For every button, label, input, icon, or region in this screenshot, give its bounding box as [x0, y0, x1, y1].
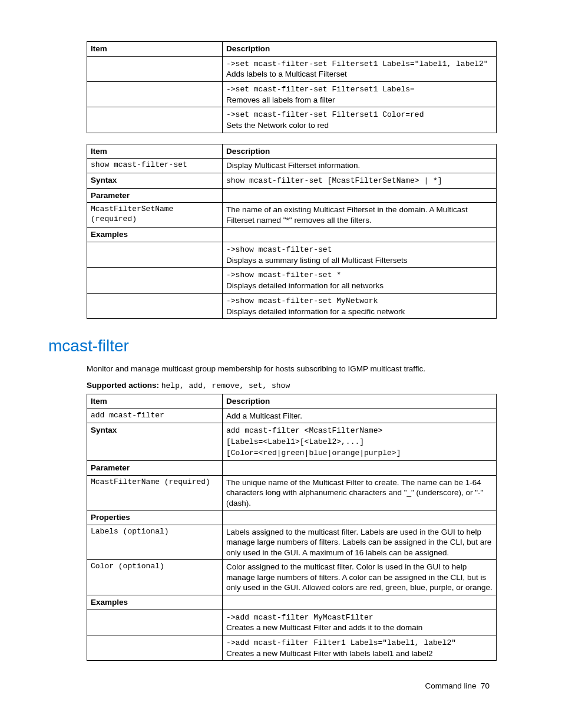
- item-cell: Parameter: [87, 461, 223, 476]
- table-add-mcast-filter: Item Description add mcast-filterAdd a M…: [87, 394, 497, 661]
- table-row: Examples: [87, 595, 497, 610]
- item-cell: Labels (optional): [87, 525, 223, 560]
- col-header-item: Item: [87, 144, 223, 159]
- description-cell: ->add mcast-filter MyMcastFilterCreates …: [223, 610, 497, 635]
- description-text: Labels assigned to the multicast filter.…: [226, 528, 491, 557]
- section-heading: mcast-filter: [48, 337, 490, 355]
- item-cell: add mcast-filter: [87, 409, 223, 423]
- description-cell: Labels assigned to the multicast filter.…: [223, 525, 497, 560]
- description-text: Color assigned to the multicast filter. …: [226, 562, 492, 592]
- command-text: ->set mcast-filter-set Filterset1 Labels…: [226, 85, 415, 94]
- description-cell: [223, 228, 497, 242]
- item-cell: [87, 56, 223, 81]
- description-text: Display Multicast Filterset information.: [226, 161, 360, 170]
- command-text: ->add mcast-filter Filter1 Labels="label…: [226, 638, 456, 647]
- supported-label: Supported actions:: [87, 381, 161, 390]
- col-header-item: Item: [87, 42, 223, 57]
- table-row: ->add mcast-filter Filter1 Labels="label…: [87, 635, 497, 661]
- table-row: ->add mcast-filter MyMcastFilterCreates …: [87, 610, 497, 635]
- description-text: Creates a new Multicast Filter with labe…: [226, 649, 432, 658]
- table-row: ->set mcast-filter-set Filterset1 Color=…: [87, 107, 497, 133]
- table-row: Properties: [87, 510, 497, 525]
- table-row: Syntaxshow mcast-filter-set [McastFilter…: [87, 173, 497, 188]
- description-text: Removes all labels from a filter: [226, 95, 335, 104]
- description-cell: ->show mcast-filter-set MyNetworkDisplay…: [223, 293, 497, 318]
- item-cell: [87, 635, 223, 661]
- table-row: Parameter: [87, 188, 497, 203]
- command-text: show mcast-filter-set [McastFilterSetNam…: [226, 176, 442, 185]
- item-cell: [87, 81, 223, 107]
- command-text: add mcast-filter <McastFilterName>[Label…: [226, 426, 401, 457]
- table-row: ->show mcast-filter-set MyNetworkDisplay…: [87, 293, 497, 318]
- col-header-desc: Description: [223, 42, 497, 57]
- command-text: ->show mcast-filter-set MyNetwork: [226, 297, 378, 305]
- item-cell: Syntax: [87, 173, 223, 188]
- table-row: ->show mcast-filter-setDisplays a summar…: [87, 242, 497, 268]
- description-cell: [223, 510, 497, 525]
- description-text: Creates a new Multicast Filter and adds …: [226, 623, 422, 632]
- col-header-desc: Description: [223, 394, 497, 409]
- description-text: Sets the Network color to red: [226, 121, 329, 130]
- description-cell: ->set mcast-filter-set Filterset1 Labels…: [223, 56, 497, 81]
- col-header-item: Item: [87, 394, 223, 409]
- description-cell: [223, 461, 497, 476]
- description-text: Add a Multicast Filter.: [226, 411, 302, 420]
- description-cell: ->add mcast-filter Filter1 Labels="label…: [223, 635, 497, 661]
- footer-text: Command line: [425, 681, 476, 690]
- table-row: Syntaxadd mcast-filter <McastFilterName>…: [87, 423, 497, 461]
- item-cell: [87, 610, 223, 635]
- description-cell: ->set mcast-filter-set Filterset1 Color=…: [223, 107, 497, 133]
- table-row: McastFilterName (required)The unique nam…: [87, 475, 497, 510]
- table-row: add mcast-filterAdd a Multicast Filter.: [87, 409, 497, 423]
- item-cell: McastFilterName (required): [87, 475, 223, 510]
- table-row: Examples: [87, 228, 497, 242]
- command-text: ->show mcast-filter-set: [226, 245, 332, 254]
- table-row: Color (optional)Color assigned to the mu…: [87, 560, 497, 595]
- supported-actions: help, add, remove, set, show: [161, 381, 290, 390]
- item-cell: McastFilterSetName (required): [87, 203, 223, 228]
- command-text: ->add mcast-filter MyMcastFilter: [226, 613, 373, 622]
- item-cell: Parameter: [87, 188, 223, 203]
- item-cell: [87, 293, 223, 318]
- description-cell: ->show mcast-filter-set *Displays detail…: [223, 268, 497, 293]
- table-row: McastFilterSetName (required)The name of…: [87, 203, 497, 228]
- description-text: Displays a summary listing of all Multic…: [226, 256, 408, 265]
- item-cell: Properties: [87, 510, 223, 525]
- description-cell: Add a Multicast Filter.: [223, 409, 497, 423]
- table-header-row: Item Description: [87, 42, 497, 57]
- item-cell: Examples: [87, 595, 223, 610]
- table-header-row: Item Description: [87, 144, 497, 159]
- table-set-mcast-filterset: Item Description ->set mcast-filter-set …: [87, 41, 497, 133]
- table-show-mcast-filterset: Item Description show mcast-filter-setDi…: [87, 144, 497, 319]
- col-header-desc: Description: [223, 144, 497, 159]
- table-row: ->set mcast-filter-set Filterset1 Labels…: [87, 56, 497, 81]
- description-cell: Display Multicast Filterset information.: [223, 159, 497, 173]
- description-cell: The unique name of the Multicast Filter …: [223, 475, 497, 510]
- item-cell: Examples: [87, 228, 223, 242]
- description-cell: ->show mcast-filter-setDisplays a summar…: [223, 242, 497, 268]
- description-text: The unique name of the Multicast Filter …: [226, 478, 483, 508]
- table-row: Parameter: [87, 461, 497, 476]
- table-row: ->show mcast-filter-set *Displays detail…: [87, 268, 497, 293]
- description-cell: Color assigned to the multicast filter. …: [223, 560, 497, 595]
- supported-actions-line: Supported actions: help, add, remove, se…: [87, 381, 490, 390]
- description-cell: show mcast-filter-set [McastFilterSetNam…: [223, 173, 497, 188]
- command-text: ->set mcast-filter-set Filterset1 Labels…: [226, 60, 488, 68]
- description-cell: add mcast-filter <McastFilterName>[Label…: [223, 423, 497, 461]
- table-row: ->set mcast-filter-set Filterset1 Labels…: [87, 81, 497, 107]
- item-cell: [87, 107, 223, 133]
- item-cell: [87, 268, 223, 293]
- description-cell: The name of an existing Multicast Filter…: [223, 203, 497, 228]
- page-footer: Command line 70: [41, 681, 490, 690]
- item-cell: Syntax: [87, 423, 223, 461]
- description-cell: [223, 595, 497, 610]
- command-text: ->set mcast-filter-set Filterset1 Color=…: [226, 110, 424, 119]
- description-text: Displays detailed information for all ne…: [226, 281, 384, 290]
- description-text: Displays detailed information for a spec…: [226, 307, 405, 316]
- intro-text: Monitor and manage multicast group membe…: [87, 364, 490, 375]
- table-row: Labels (optional)Labels assigned to the …: [87, 525, 497, 560]
- item-cell: Color (optional): [87, 560, 223, 595]
- description-cell: ->set mcast-filter-set Filterset1 Labels…: [223, 81, 497, 107]
- description-text: Adds labels to a Multicast Filterset: [226, 70, 347, 78]
- footer-page: 70: [481, 681, 490, 690]
